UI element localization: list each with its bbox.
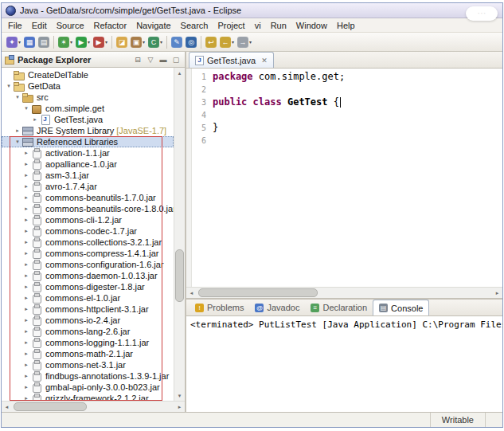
scroll-left-icon[interactable] — [186, 288, 197, 298]
maximize-icon[interactable]: ▢ — [170, 56, 182, 64]
tree-expand-arrow-icon[interactable] — [22, 339, 30, 346]
code-line[interactable]: 3public class GetTest { — [192, 96, 502, 108]
scrollbar-thumb[interactable] — [198, 288, 318, 297]
run-button[interactable]: ▶ ▾ — [75, 36, 91, 49]
code-line[interactable]: 4 — [192, 108, 502, 121]
tree-item[interactable]: com.simple.get — [2, 103, 174, 114]
menu-item[interactable]: Edit — [27, 19, 52, 32]
tree-item[interactable]: avro-1.7.4.jar — [2, 181, 174, 192]
tree-expand-arrow-icon[interactable] — [14, 139, 21, 145]
horizontal-scrollbar[interactable] — [2, 401, 185, 412]
menu-item[interactable]: Project — [213, 19, 249, 32]
tree-item[interactable]: commons-el-1.0.jar — [2, 292, 174, 304]
console-view-tab[interactable]: @ Javadoc — [249, 300, 305, 315]
forward-button[interactable]: → ▾ — [236, 36, 252, 49]
scrollbar-thumb[interactable] — [175, 249, 184, 302]
tree-item[interactable]: activation-1.1.jar — [2, 147, 174, 159]
print-button[interactable]: ▤ ▾ — [37, 36, 50, 49]
dropdown-arrow-icon[interactable]: ▾ — [88, 39, 90, 45]
code-line[interactable]: 5} — [192, 121, 502, 134]
tree-item[interactable]: commons-collections-3.2.1.jar — [2, 237, 174, 248]
dropdown-arrow-icon[interactable]: ▾ — [143, 39, 145, 45]
minimize-icon[interactable]: ▬ — [158, 56, 169, 64]
code-line[interactable]: 1package com.simple.get; — [192, 70, 502, 83]
tree-item[interactable]: CreateDelTable — [2, 69, 174, 80]
menu-item[interactable]: vi — [250, 19, 266, 32]
tree-item[interactable]: commons-codec-1.7.jar — [2, 225, 174, 237]
tree-expand-arrow-icon[interactable] — [22, 172, 30, 178]
tree-expand-arrow-icon[interactable] — [5, 83, 13, 89]
console-view-tab[interactable]: ! Problems — [189, 300, 249, 315]
console-view-tab[interactable]: ≡ Declaration — [305, 300, 373, 315]
tree-item[interactable]: commons-io-2.4.jar — [2, 315, 174, 326]
tree-expand-arrow-icon[interactable] — [22, 362, 30, 368]
save-button[interactable]: ▦ ▾ — [23, 36, 36, 49]
dropdown-arrow-icon[interactable]: ▾ — [70, 39, 72, 45]
menu-item[interactable]: File — [3, 19, 27, 32]
tree-expand-arrow-icon[interactable] — [22, 384, 30, 390]
tree-expand-arrow-icon[interactable] — [22, 150, 30, 156]
tree-expand-arrow-icon[interactable] — [22, 306, 30, 312]
tree-expand-arrow-icon[interactable] — [22, 194, 30, 201]
tree-expand-arrow-icon[interactable] — [22, 395, 30, 401]
tree-expand-arrow-icon[interactable] — [22, 183, 30, 190]
tree-expand-arrow-icon[interactable] — [22, 328, 30, 335]
tree-expand-arrow-icon[interactable] — [22, 217, 30, 223]
scroll-right-icon[interactable] — [492, 288, 502, 298]
tree-expand-arrow-icon[interactable] — [22, 250, 30, 257]
tree-item[interactable]: aopalliance-1.0.jar — [2, 159, 174, 170]
code-line[interactable]: 2 — [192, 83, 502, 96]
tree-item[interactable]: src — [2, 92, 174, 103]
dropdown-arrow-icon[interactable]: ▾ — [160, 39, 162, 45]
last-edit-location-button[interactable]: ↩ ▾ — [205, 36, 217, 49]
tree-expand-arrow-icon[interactable] — [31, 116, 39, 123]
dropdown-arrow-icon[interactable]: ▾ — [105, 39, 107, 45]
tree-expand-arrow-icon[interactable] — [22, 161, 30, 167]
scrollbar-thumb[interactable] — [14, 402, 87, 411]
tree-item[interactable]: commons-lang-2.6.jar — [2, 326, 174, 337]
tree-item[interactable]: commons-cli-1.2.jar — [2, 214, 174, 225]
tree-item[interactable]: GetData — [2, 80, 174, 92]
external-tools-button[interactable]: ▶ ▾ — [92, 36, 108, 49]
tree-item[interactable]: commons-compress-1.4.1.jar — [2, 248, 174, 259]
scroll-down-icon[interactable] — [174, 390, 185, 401]
tree-item[interactable]: commons-net-3.1.jar — [2, 359, 174, 370]
tree-expand-arrow-icon[interactable] — [22, 105, 30, 112]
menu-item[interactable]: Search — [176, 19, 213, 32]
menu-item[interactable]: Help — [332, 19, 360, 32]
menu-item[interactable]: Navigate — [131, 19, 175, 32]
editor-tab-gettest[interactable]: J GetTest.java ✕ — [189, 52, 274, 68]
menu-item[interactable]: Refactor — [89, 19, 132, 32]
code-editor[interactable]: 1package com.simple.get;23public class G… — [186, 69, 502, 287]
tree-item[interactable]: asm-3.1.jar — [2, 170, 174, 181]
debug-button[interactable]: ✶ ▾ — [57, 36, 73, 49]
tree-expand-arrow-icon[interactable] — [22, 295, 30, 301]
tree-expand-arrow-icon[interactable] — [22, 373, 30, 379]
close-tab-icon[interactable]: ✕ — [261, 57, 268, 65]
dropdown-arrow-icon[interactable]: ▾ — [249, 39, 252, 45]
tree-item[interactable]: commons-daemon-1.0.13.jar — [2, 270, 174, 281]
tree-item[interactable]: JRE System Library [JavaSE-1.7] — [2, 125, 174, 136]
tree-item[interactable]: commons-logging-1.1.1.jar — [2, 337, 174, 348]
tree-expand-arrow-icon[interactable] — [22, 284, 30, 290]
title-bar[interactable]: Java - GetData/src/com/simple/get/GetTes… — [2, 3, 502, 18]
open-task-button[interactable]: ✎ ▾ — [170, 36, 183, 49]
tree-expand-arrow-icon[interactable] — [14, 127, 21, 134]
new-package-button[interactable]: ▣ ▾ — [130, 36, 146, 49]
new-wizard-button[interactable]: ✦ ▾ — [6, 36, 21, 49]
collapse-all-icon[interactable]: ⊟ — [132, 56, 143, 64]
menu-item[interactable]: Window — [291, 19, 332, 32]
new-java-project-button[interactable]: ◪ ▾ — [115, 36, 128, 49]
dropdown-arrow-icon[interactable]: ▾ — [232, 39, 234, 45]
tree-expand-arrow-icon[interactable] — [22, 206, 30, 212]
tree-item[interactable]: findbugs-annotations-1.3.9-1.jar — [2, 370, 174, 382]
tree-item[interactable]: commons-beanutils-1.7.0.jar — [2, 192, 174, 203]
view-menu-icon[interactable]: ▽ — [145, 56, 156, 64]
tree-item[interactable]: GetTest.java — [2, 114, 174, 125]
tree-item[interactable]: commons-httpclient-3.1.jar — [2, 304, 174, 315]
tree-item[interactable]: commons-digester-1.8.jar — [2, 281, 174, 292]
tree-expand-arrow-icon[interactable] — [22, 261, 30, 268]
menu-item[interactable]: Source — [52, 19, 89, 32]
tree-item[interactable]: commons-beanutils-core-1.8.0.jar — [2, 203, 174, 214]
tree-expand-arrow-icon[interactable] — [22, 272, 30, 279]
